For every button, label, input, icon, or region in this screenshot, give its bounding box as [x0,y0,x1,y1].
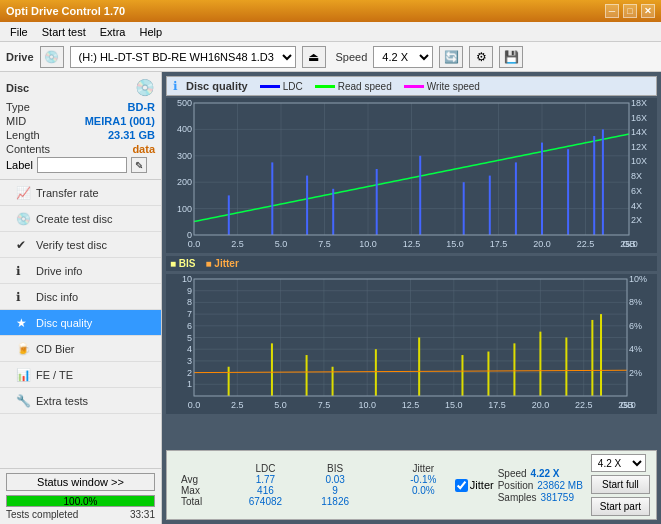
position-row-value: 23862 MB [537,480,583,491]
main-layout: Disc 💿 Type BD-R MID MEIRA1 (001) Length… [0,72,661,524]
disc-mid-label: MID [6,115,26,127]
total-bis-value: 11826 [302,496,368,507]
settings-button[interactable]: ⚙ [469,46,493,68]
cd-bier-icon: 🍺 [16,342,32,356]
max-bis-value: 9 [302,485,368,496]
nav-extra-tests-label: Extra tests [36,395,88,407]
nav-disc-info[interactable]: ℹ Disc info [0,284,161,310]
samples-row: Samples 381759 [498,492,583,503]
title-bar: Opti Drive Control 1.70 ─ □ ✕ [0,0,661,22]
disc-contents-label: Contents [6,143,50,155]
position-row: Position 23862 MB [498,480,583,491]
samples-row-value: 381759 [541,492,574,503]
status-time: 33:31 [130,509,155,520]
legend-ldc-color [260,85,280,88]
disc-length-row: Length 23.31 GB [6,129,155,141]
disc-contents-value: data [132,143,155,155]
avg-jitter-value: -0.1% [392,474,455,485]
total-ldc-value: 674082 [229,496,303,507]
nav-transfer-rate[interactable]: 📈 Transfer rate [0,180,161,206]
extra-tests-icon: 🔧 [16,394,32,408]
speed-label: Speed [336,51,368,63]
jitter-checkbox[interactable] [455,479,468,492]
menu-bar: File Start test Extra Help [0,22,661,42]
fe-te-icon: 📊 [16,368,32,382]
nav-disc-quality[interactable]: ★ Disc quality [0,310,161,336]
avg-ldc-value: 1.77 [229,474,303,485]
chart-title-icon: ℹ [173,79,178,93]
legend-write-speed: Write speed [404,81,480,92]
stats-bar: LDC BIS Jitter Avg 1.77 0.03 -0.1% Max 4… [166,450,657,520]
disc-section-title: Disc [6,82,29,94]
col-ldc-header: LDC [229,463,303,474]
drive-icon-button[interactable]: 💿 [40,46,64,68]
legend-write-label: Write speed [427,81,480,92]
close-button[interactable]: ✕ [641,4,655,18]
title-controls: ─ □ ✕ [605,4,655,18]
avg-bis-value: 0.03 [302,474,368,485]
drive-info-icon: ℹ [16,264,32,278]
disc-label-edit-button[interactable]: ✎ [131,157,147,173]
total-label: Total [173,496,229,507]
toolbar: Drive 💿 (H:) HL-DT-ST BD-RE WH16NS48 1.D… [0,42,661,72]
jitter-checkbox-group: Jitter [455,479,494,492]
nav-disc-quality-label: Disc quality [36,317,92,329]
menu-start-test[interactable]: Start test [36,24,92,40]
drive-select[interactable]: (H:) HL-DT-ST BD-RE WH16NS48 1.D3 [70,46,296,68]
nav-cd-bier-label: CD Bier [36,343,75,355]
speed-select[interactable]: 4.2 X [373,46,433,68]
maximize-button[interactable]: □ [623,4,637,18]
legend-read-label: Read speed [338,81,392,92]
nav-verify-test-disc-label: Verify test disc [36,239,107,251]
nav-cd-bier[interactable]: 🍺 CD Bier [0,336,161,362]
start-full-button[interactable]: Start full [591,475,650,494]
menu-help[interactable]: Help [133,24,168,40]
right-buttons: 4.2 X Start full Start part [591,454,650,516]
nav-create-test-disc[interactable]: 💿 Create test disc [0,206,161,232]
refresh-button[interactable]: 🔄 [439,46,463,68]
col-jitter-header: Jitter [392,463,455,474]
chart-title-bar: ℹ Disc quality LDC Read speed Write spee… [166,76,657,96]
status-section: Status window >> 100.0% Tests completed … [0,468,161,524]
nav-disc-info-label: Disc info [36,291,78,303]
chart-title-text: Disc quality [186,80,248,92]
create-test-disc-icon: 💿 [16,212,32,226]
transfer-rate-icon: 📈 [16,186,32,200]
legend-ldc-label: LDC [283,81,303,92]
disc-type-value: BD-R [128,101,156,113]
speed-dropdown-select[interactable]: 4.2 X [591,454,646,472]
disc-label-row: Label ✎ [6,157,155,173]
disc-mid-value: MEIRA1 (001) [85,115,155,127]
progress-text: 100.0% [7,496,154,508]
eject-button[interactable]: ⏏ [302,46,326,68]
nav-drive-info-label: Drive info [36,265,82,277]
jitter-legend-label: ■ Jitter [206,258,239,269]
col-bis-header: BIS [302,463,368,474]
menu-extra[interactable]: Extra [94,24,132,40]
max-label: Max [173,485,229,496]
status-text: Tests completed [6,509,78,520]
max-jitter-value: 0.0% [392,485,455,496]
nav-fe-te-label: FE / TE [36,369,73,381]
nav-fe-te[interactable]: 📊 FE / TE [0,362,161,388]
disc-quality-icon: ★ [16,316,32,330]
bottom-chart [166,274,657,414]
speed-row-label: Speed [498,468,527,479]
right-panel: ℹ Disc quality LDC Read speed Write spee… [162,72,661,524]
save-button[interactable]: 💾 [499,46,523,68]
start-part-button[interactable]: Start part [591,497,650,516]
max-ldc-value: 416 [229,485,303,496]
disc-info-icon: ℹ [16,290,32,304]
menu-file[interactable]: File [4,24,34,40]
stats-table: LDC BIS Jitter Avg 1.77 0.03 -0.1% Max 4… [173,463,455,507]
nav-verify-test-disc[interactable]: ✔ Verify test disc [0,232,161,258]
disc-contents-row: Contents data [6,143,155,155]
minimize-button[interactable]: ─ [605,4,619,18]
disc-label-input[interactable] [37,157,127,173]
avg-label: Avg [173,474,229,485]
nav-extra-tests[interactable]: 🔧 Extra tests [0,388,161,414]
disc-icon: 💿 [135,78,155,97]
disc-mid-row: MID MEIRA1 (001) [6,115,155,127]
nav-drive-info[interactable]: ℹ Drive info [0,258,161,284]
status-window-button[interactable]: Status window >> [6,473,155,491]
